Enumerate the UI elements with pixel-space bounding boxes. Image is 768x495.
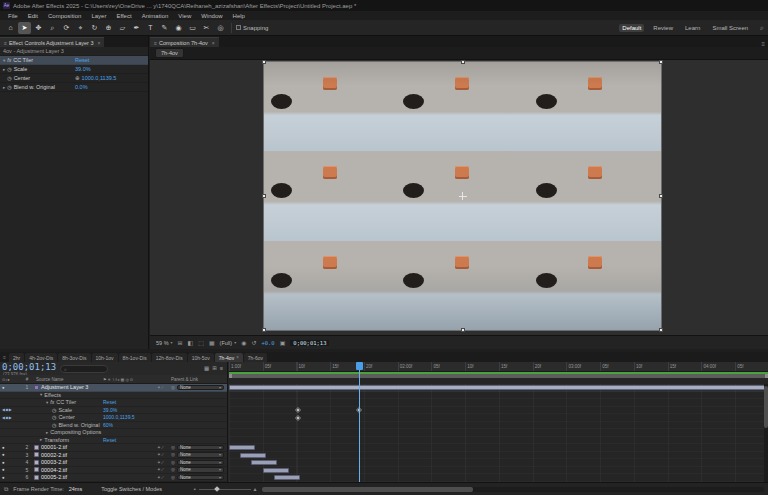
menu-animation[interactable]: Animation: [137, 13, 174, 19]
layer-row[interactable]: ●200001-2.tif✦ ∕◎None▾: [0, 444, 227, 452]
track-row[interactable]: [229, 392, 768, 400]
workspace-learn[interactable]: Learn: [682, 24, 703, 32]
twirl-closed-icon[interactable]: ▸: [3, 67, 5, 72]
pickwhip-icon[interactable]: ◎: [171, 385, 175, 390]
home-tool[interactable]: ⌂: [4, 22, 17, 34]
layer-color-swatch[interactable]: [34, 467, 39, 472]
reset-effect-link[interactable]: Reset: [75, 57, 89, 63]
parent-dropdown[interactable]: None▾: [177, 475, 224, 481]
selection-handle[interactable]: [659, 328, 663, 332]
property-row[interactable]: ▸Compositing Options: [0, 429, 227, 437]
twirl-icon[interactable]: ▾: [46, 400, 48, 405]
pickwhip-icon[interactable]: ◎: [171, 445, 175, 450]
anchor-point-icon[interactable]: [459, 192, 467, 200]
timeline-tab-12h-8ov-Dis[interactable]: 12h-8ov-Dis: [152, 353, 187, 362]
stopwatch-icon[interactable]: ◷: [7, 75, 11, 81]
workspace-default[interactable]: Default: [619, 24, 644, 32]
timeline-tab-8h-3ov-Dis[interactable]: 8h-3ov-Dis: [58, 353, 90, 362]
snapshot-icon[interactable]: ▣: [280, 339, 286, 346]
composition-tab[interactable]: ≡ Composition 7h-4ov ×: [150, 37, 219, 47]
resolution-dropdown[interactable]: (Full) ▾: [220, 340, 237, 346]
layer-switches[interactable]: ✦ ∕: [149, 467, 171, 472]
hand-tool[interactable]: ✥: [32, 22, 45, 34]
menu-edit[interactable]: Edit: [23, 13, 43, 19]
reset-link[interactable]: Reset: [103, 399, 149, 405]
panel-menu-icon[interactable]: ≡: [154, 40, 157, 46]
twirl-icon[interactable]: ▾: [40, 392, 42, 397]
timeline-tab-8h-1ov-Dis[interactable]: 8h-1ov-Dis: [119, 353, 151, 362]
property-row[interactable]: ▸TransformReset: [0, 437, 227, 445]
grid-guides-icon[interactable]: ⊞: [178, 339, 183, 346]
show-channel-icon[interactable]: ◉: [241, 339, 246, 346]
parent-dropdown[interactable]: None▾: [177, 385, 224, 391]
layer-switches[interactable]: ✦ ∕: [149, 445, 171, 450]
track-row[interactable]: [229, 399, 768, 407]
center-value[interactable]: 1000.0,1139.5: [82, 75, 117, 81]
scale-value[interactable]: 39.0%: [75, 66, 91, 72]
work-area-bar[interactable]: [229, 374, 768, 378]
preview-timecode[interactable]: 0;00;01;13: [290, 340, 329, 346]
effect-header-cc-tiler[interactable]: ▾ fx CC Tiler Reset: [0, 56, 148, 65]
eye-icon[interactable]: ●: [0, 475, 22, 480]
exposure-value[interactable]: +0.0: [261, 340, 274, 346]
track-row[interactable]: [229, 452, 768, 460]
time-ruler[interactable]: 1:00f05f10f15f20f02:00f05f10f15f20f03:00…: [229, 362, 768, 372]
twirl-icon[interactable]: ▸: [46, 430, 48, 435]
mask-visibility-icon[interactable]: ◧: [188, 339, 194, 346]
composition-viewer[interactable]: [150, 60, 768, 335]
parent-dropdown[interactable]: None▾: [177, 445, 224, 451]
layer-duration-bar[interactable]: [240, 453, 266, 458]
timeline-tab-7h-6ov[interactable]: 7h-6ov: [244, 353, 267, 362]
menu-composition[interactable]: Composition: [43, 13, 86, 19]
property-value[interactable]: 1000.0,1139.5: [103, 414, 149, 420]
effect-property-center[interactable]: ▸ ◷ Center ⊕ 1000.0,1139.5: [0, 74, 148, 83]
reset-link[interactable]: Reset: [103, 437, 149, 443]
layer-switches[interactable]: ✦ ∕: [149, 385, 171, 390]
layer-switches[interactable]: ✦ ∕: [149, 460, 171, 465]
workspace-review[interactable]: Review: [650, 24, 676, 32]
eye-icon[interactable]: ●: [0, 460, 22, 465]
timeline-zoom-slider[interactable]: ▲ ▲: [193, 486, 257, 492]
close-panel-icon[interactable]: ×: [212, 40, 215, 46]
pickwhip-icon[interactable]: ◎: [171, 467, 175, 472]
keyframe-diamond[interactable]: [295, 407, 301, 413]
effect-controls-tab[interactable]: ≡ Effect Controls Adjustment Layer 3 ×: [0, 37, 104, 47]
video-frame[interactable]: [264, 62, 661, 330]
roto-brush-tool[interactable]: ✂: [200, 22, 213, 34]
layer-duration-bar[interactable]: [251, 460, 277, 465]
clone-stamp-tool[interactable]: ◉: [172, 22, 185, 34]
layer-row[interactable]: ●400003-2.tif✦ ∕◎None▾: [0, 459, 227, 467]
blend-value[interactable]: 0.0%: [75, 84, 88, 90]
composition-mini-flowchart-icon[interactable]: ▦: [204, 365, 209, 371]
selection-handle[interactable]: [461, 328, 465, 332]
track-row[interactable]: [229, 459, 768, 467]
menu-view[interactable]: View: [173, 13, 196, 19]
property-row[interactable]: ◀◆▶◷Center1000.0,1139.5: [0, 414, 227, 422]
snapping-control[interactable]: Snapping: [236, 25, 268, 31]
selection-handle[interactable]: [659, 60, 663, 64]
layer-color-swatch[interactable]: [34, 385, 39, 390]
source-name-column[interactable]: Source Name: [32, 377, 103, 382]
selection-handle[interactable]: [461, 60, 465, 64]
layer-row[interactable]: ●300002-2.tif✦ ∕◎None▾: [0, 452, 227, 460]
rotation-tool[interactable]: ↻: [88, 22, 101, 34]
property-row[interactable]: ▾fxCC TilerReset: [0, 399, 227, 407]
parent-dropdown[interactable]: None▾: [177, 452, 224, 458]
stopwatch-icon[interactable]: ◷: [52, 407, 56, 413]
workspace-small-screen[interactable]: Small Screen: [709, 24, 751, 32]
property-row[interactable]: ▾Effects: [0, 392, 227, 400]
timeline-tab-10h-1ov[interactable]: 10h-1ov: [92, 353, 118, 362]
selection-handle[interactable]: [659, 194, 663, 198]
timeline-tab-2hr[interactable]: 2hr: [9, 353, 24, 362]
fx-badge-icon[interactable]: fx: [7, 57, 11, 63]
orbit-camera-tool[interactable]: ⟳: [60, 22, 73, 34]
menu-file[interactable]: File: [3, 13, 23, 19]
parent-dropdown[interactable]: None▾: [177, 460, 224, 466]
toggle-switches-modes-button[interactable]: Toggle Switches / Modes: [101, 486, 162, 492]
menu-effect[interactable]: Effect: [111, 13, 136, 19]
selection-handle[interactable]: [262, 194, 266, 198]
track-row[interactable]: [229, 414, 768, 422]
eye-icon[interactable]: ●: [0, 445, 22, 450]
draft-3d-icon[interactable]: ⊞: [212, 365, 217, 371]
layer-switches[interactable]: ✦ ∕: [149, 475, 171, 480]
